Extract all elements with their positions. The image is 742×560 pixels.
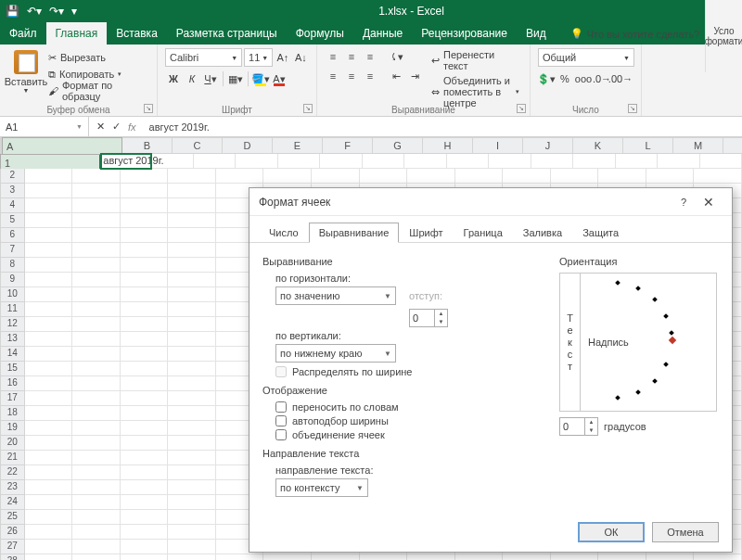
cell[interactable]	[360, 554, 408, 560]
cell[interactable]	[646, 554, 695, 560]
col-header-F[interactable]: F	[323, 137, 373, 154]
cell[interactable]	[121, 169, 169, 184]
cell[interactable]	[72, 243, 121, 258]
text-direction-select[interactable]: по контексту▼	[275, 478, 368, 497]
underline-button[interactable]: Ч▾	[202, 70, 219, 87]
row-header[interactable]: 15	[0, 362, 25, 376]
cell[interactable]	[320, 154, 362, 169]
cell[interactable]	[551, 169, 599, 184]
wrap-text-button[interactable]: ↩Перенести текст	[429, 48, 522, 72]
redo-icon[interactable]: ↷▾	[49, 5, 64, 18]
align-top-icon[interactable]: ≡	[325, 48, 341, 65]
cell[interactable]	[573, 154, 615, 169]
cell[interactable]	[121, 510, 169, 525]
col-header-K[interactable]: K	[573, 137, 623, 154]
paste-button[interactable]: Вставить ▼	[7, 48, 45, 94]
cell[interactable]	[278, 154, 320, 169]
orientation-icon[interactable]: ⤹▾	[388, 48, 404, 65]
dtab-protection[interactable]: Защита	[572, 223, 629, 243]
cell[interactable]	[121, 332, 169, 347]
row-header[interactable]: 26	[0, 525, 25, 540]
cell[interactable]	[121, 421, 169, 436]
borders-button[interactable]: ▦▾	[227, 70, 244, 87]
spin-down-icon[interactable]: ▼	[585, 426, 597, 435]
cell[interactable]	[72, 347, 121, 362]
row-header[interactable]: 17	[0, 391, 25, 406]
save-icon[interactable]: 💾	[6, 5, 19, 18]
cell[interactable]	[216, 554, 264, 560]
decrease-decimal-icon[interactable]: .00→	[612, 70, 629, 87]
cell[interactable]	[72, 362, 121, 376]
row-header[interactable]: 16	[0, 376, 25, 391]
cell[interactable]	[121, 465, 169, 480]
cell[interactable]	[168, 347, 216, 362]
row-header[interactable]: 11	[0, 302, 25, 317]
decrease-indent-icon[interactable]: ⇤	[388, 68, 404, 84]
cell[interactable]	[658, 154, 699, 169]
cell[interactable]	[121, 480, 169, 495]
font-size-combo[interactable]: 11▼	[244, 48, 273, 67]
undo-icon[interactable]: ↶▾	[27, 5, 42, 18]
cell[interactable]	[168, 184, 216, 198]
vertical-text-button[interactable]: Текст	[560, 274, 581, 411]
font-name-combo[interactable]: Calibri▼	[165, 48, 242, 67]
dtab-number[interactable]: Число	[259, 223, 309, 243]
tell-me[interactable]: 💡 Что вы хотите сделать?	[563, 23, 708, 45]
align-right-icon[interactable]: ≡	[362, 68, 378, 84]
cell[interactable]	[121, 362, 169, 376]
cell[interactable]	[25, 436, 73, 451]
cell[interactable]	[72, 228, 121, 243]
cell[interactable]	[72, 406, 121, 421]
cell[interactable]	[168, 213, 216, 228]
orientation-control[interactable]: Текст Надпись	[559, 273, 717, 412]
indent-spinner[interactable]: ▲▼	[409, 309, 448, 327]
cell[interactable]	[503, 169, 551, 184]
spin-up-icon[interactable]: ▲	[585, 418, 597, 426]
cell[interactable]	[72, 317, 121, 332]
cell[interactable]	[25, 554, 73, 560]
cell[interactable]	[25, 317, 73, 332]
decrease-font-icon[interactable]: A↓	[293, 49, 309, 66]
row-header[interactable]: 21	[0, 451, 25, 465]
col-header-M[interactable]: M	[673, 137, 723, 154]
cell[interactable]	[25, 184, 73, 198]
cancel-button[interactable]: Отмена	[652, 522, 719, 542]
dialog-launcher-icon[interactable]: ↘	[144, 104, 153, 113]
cell[interactable]	[72, 391, 121, 406]
row-header[interactable]: 23	[0, 480, 25, 495]
help-icon[interactable]: ?	[672, 197, 695, 208]
cell[interactable]	[121, 347, 169, 362]
cell[interactable]	[121, 198, 169, 213]
cell[interactable]	[168, 198, 216, 213]
horiz-align-select[interactable]: по значению▼	[275, 286, 396, 305]
cell[interactable]	[646, 169, 695, 184]
cell[interactable]	[363, 154, 404, 169]
col-header-N[interactable]: N	[723, 137, 742, 154]
cell[interactable]	[25, 258, 73, 273]
cell[interactable]	[25, 243, 73, 258]
cell[interactable]	[25, 510, 73, 525]
fill-color-button[interactable]: 🪣▾	[252, 70, 269, 87]
cell[interactable]	[25, 169, 73, 184]
cell[interactable]	[168, 391, 216, 406]
cell[interactable]	[168, 317, 216, 332]
cell[interactable]	[121, 451, 169, 465]
cell[interactable]	[404, 154, 446, 169]
cell[interactable]	[72, 169, 121, 184]
col-header-J[interactable]: J	[523, 137, 573, 154]
vert-align-select[interactable]: по нижнему краю▼	[275, 344, 396, 363]
row-header[interactable]: 8	[0, 258, 25, 273]
cell[interactable]	[121, 406, 169, 421]
row-header[interactable]: 20	[0, 436, 25, 451]
cell[interactable]	[121, 540, 169, 554]
cell[interactable]	[503, 554, 551, 560]
cell[interactable]	[25, 228, 73, 243]
col-header-E[interactable]: E	[273, 137, 323, 154]
fx-icon[interactable]: fx	[128, 121, 136, 133]
cell[interactable]	[700, 154, 742, 169]
cell[interactable]	[25, 287, 73, 302]
row-header[interactable]: 19	[0, 421, 25, 436]
dialog-launcher-icon[interactable]: ↘	[517, 104, 526, 113]
cell[interactable]	[25, 480, 73, 495]
name-box[interactable]: ▼	[0, 117, 89, 136]
